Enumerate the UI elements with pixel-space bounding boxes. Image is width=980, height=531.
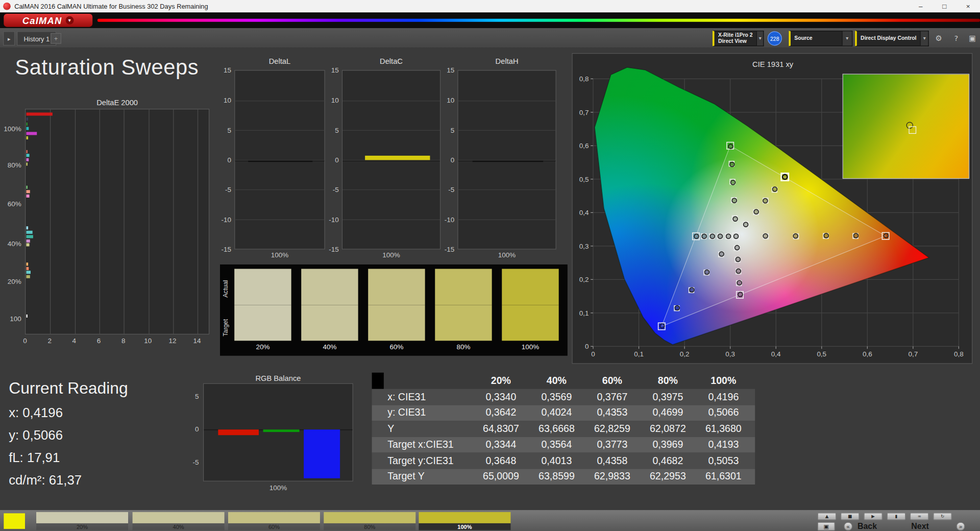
table-header-cell: 40% <box>529 375 584 387</box>
svg-text:0: 0 <box>585 343 589 350</box>
y-tick-label: 10 <box>447 96 454 104</box>
swatch-actual <box>234 269 291 305</box>
table-cell: 61,3680 <box>696 423 751 435</box>
table-cell: 62,8259 <box>584 423 640 435</box>
table-cell: 0,4358 <box>584 455 640 466</box>
y-tick-label: -5 <box>192 458 199 466</box>
svg-text:0,1: 0,1 <box>634 350 644 358</box>
swatch-actual <box>502 269 558 305</box>
deltae-bar <box>26 244 29 247</box>
add-tab-button[interactable]: + <box>51 33 61 44</box>
table-cell: 0,3767 <box>584 391 640 402</box>
svg-text:0,6: 0,6 <box>579 142 589 150</box>
y-tick-label: 0 <box>195 425 199 433</box>
page-title: Saturation Sweeps <box>15 55 199 80</box>
maximize-button[interactable]: □ <box>933 0 957 12</box>
saturation-swatch-button-100%[interactable]: 100% <box>419 512 510 530</box>
table-row-label: Target Y <box>372 471 473 482</box>
gridline <box>342 189 440 190</box>
svg-text:0,8: 0,8 <box>954 350 964 358</box>
window-title: CalMAN 2016 CalMAN Ultimate for Business… <box>14 3 208 10</box>
deltah-chart-title: DeltaH <box>457 57 556 65</box>
pause-button[interactable]: ▮ <box>887 513 906 521</box>
calman-logo-menu[interactable]: CalMAN ▼ <box>4 14 92 27</box>
swatch-label: 80% <box>435 343 492 351</box>
play-button[interactable]: ▶ <box>864 513 883 521</box>
brand-header: CalMAN ▼ <box>0 12 980 28</box>
svg-text:0,2: 0,2 <box>680 350 690 358</box>
swatch-label: 20% <box>234 343 291 351</box>
y-tick-label: 60% <box>8 200 21 208</box>
deltae-bar <box>26 315 28 318</box>
y-tick-label: -5 <box>448 186 454 194</box>
gridline <box>235 189 324 190</box>
gridline <box>342 130 440 131</box>
table-row-label: Y <box>372 423 473 435</box>
gridline <box>235 101 324 101</box>
delta-bar <box>365 156 430 160</box>
link-button[interactable]: ∞ <box>910 513 929 521</box>
y-tick-label: 5 <box>228 126 232 134</box>
table-row: Y64,830763,666862,825962,087261,3680 <box>372 421 755 437</box>
table-cell: 0,3969 <box>640 439 696 450</box>
swatch-target <box>234 305 291 341</box>
saturation-swatch-button-80%[interactable]: 80% <box>324 512 415 530</box>
deltae-x-axis-labels: 02468101214 <box>25 337 209 346</box>
stop-icon: ■ <box>848 514 852 519</box>
table-cell: 62,0872 <box>640 423 696 435</box>
swatch-color <box>133 512 225 523</box>
display-control-selector[interactable]: Direct Display Control ▼ <box>855 31 928 46</box>
next-button[interactable]: Next <box>911 522 929 531</box>
chevron-down-icon: ▼ <box>756 31 763 45</box>
table-cell: 63,6668 <box>529 423 584 435</box>
gridline <box>342 101 440 101</box>
swatch-button-label: 100% <box>419 523 510 530</box>
svg-text:0,8: 0,8 <box>579 75 589 83</box>
minimize-button[interactable]: – <box>909 0 933 12</box>
table-corner-block <box>372 373 384 389</box>
gridline <box>235 130 324 131</box>
svg-text:0,2: 0,2 <box>579 276 589 283</box>
help-icon[interactable]: ? <box>950 32 962 43</box>
delta-bar <box>473 160 543 161</box>
back-chevron-button[interactable]: « <box>844 522 852 531</box>
swatch-100% <box>502 269 558 341</box>
pattern-window-button[interactable]: ▣ <box>818 522 835 531</box>
table-cell: 0,5066 <box>696 407 751 418</box>
y-tick-label: 10 <box>224 96 231 104</box>
swatch-label: 60% <box>368 343 425 351</box>
deltac-x-label: 100% <box>342 251 440 259</box>
table-cell: 0,4353 <box>584 407 640 418</box>
gear-icon[interactable]: ⚙ <box>933 32 945 43</box>
deltae-bar <box>26 186 28 189</box>
source-selector[interactable]: Source ▼ <box>789 31 852 46</box>
saturation-swatch-button-20%[interactable]: 20% <box>36 512 128 530</box>
stop-button[interactable]: ■ <box>841 513 860 521</box>
y-tick-label: -10 <box>329 216 338 224</box>
source-label: Source <box>791 35 842 41</box>
next-chevron-button[interactable]: » <box>956 522 965 531</box>
rgb-bar-red <box>218 430 259 435</box>
history-nav-button[interactable]: ▸ <box>3 31 15 45</box>
target-label: Target <box>222 309 229 346</box>
saturation-swatch-button-40%[interactable]: 40% <box>133 512 225 530</box>
swatch-button-label: 40% <box>133 523 225 530</box>
current-reading-values: x: 0,4196y: 0,5066fL: 17,91cd/m²: 61,37 <box>9 405 82 495</box>
deltac-chart-title: DeltaC <box>342 57 440 65</box>
up-button[interactable]: ▲ <box>818 513 837 521</box>
rgb-x-label: 100% <box>203 484 353 492</box>
gridline <box>458 189 556 190</box>
y-tick-label: 80% <box>8 161 21 169</box>
meter-mode: Direct View <box>718 38 753 44</box>
y-tick-label: -10 <box>445 216 454 224</box>
svg-text:0,5: 0,5 <box>579 176 589 183</box>
close-button[interactable]: × <box>956 0 980 12</box>
layout-panel-icon[interactable]: ▣ <box>966 32 978 43</box>
refresh-button[interactable]: ↻ <box>933 513 952 521</box>
back-button[interactable]: Back <box>857 522 877 531</box>
table-cell: 0,5053 <box>696 455 751 466</box>
deltae-bar <box>26 239 30 242</box>
saturation-swatch-button-60%[interactable]: 60% <box>228 512 320 530</box>
swatch-40% <box>301 269 358 341</box>
meter-selector[interactable]: X-Rite i1Pro 2 Direct View ▼ <box>713 31 764 46</box>
